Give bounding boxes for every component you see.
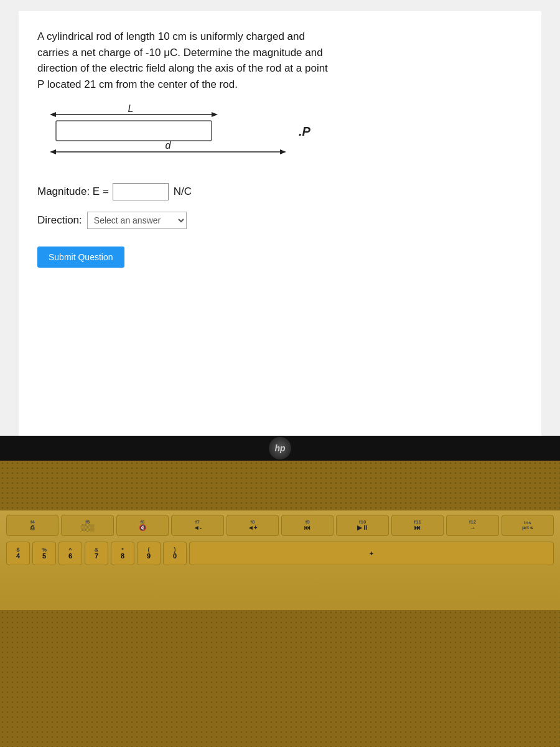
magnitude-row: Magnitude: E = N/C: [37, 183, 523, 200]
key-5[interactable]: % 5: [32, 542, 56, 565]
fn-key-f6[interactable]: f6 🔇: [116, 515, 169, 536]
speaker-bottom: [0, 610, 560, 747]
svg-marker-8: [280, 149, 286, 154]
question-text: A cylindrical rod of length 10 cm is uni…: [37, 29, 523, 92]
svg-text:d: d: [166, 140, 172, 151]
direction-label: Direction:: [37, 214, 82, 227]
magnitude-label: Magnitude: E =: [37, 186, 109, 198]
svg-marker-2: [212, 112, 218, 117]
svg-text:.P: .P: [299, 125, 311, 138]
dark-bar: hp: [0, 436, 560, 461]
submit-button[interactable]: Submit Question: [37, 247, 124, 268]
content-area: A cylindrical rod of length 10 cm is uni…: [19, 11, 541, 448]
fn-key-f11[interactable]: f11 ⏭: [391, 515, 444, 536]
fn-key-f4[interactable]: f4 ⎙: [6, 515, 58, 536]
laptop-screen: A cylindrical rod of length 10 cm is uni…: [0, 0, 560, 448]
direction-select[interactable]: Select an answer toward the rod away fro…: [87, 212, 187, 229]
fn-key-row: f4 ⎙ f5 ░░░ f6 🔇 f7 ◄- f8 ◄+ f9 ⏮ f10 ▶⏸…: [6, 514, 554, 537]
speaker-dots-bottom: [0, 610, 560, 747]
direction-row: Direction: Select an answer toward the r…: [37, 212, 523, 229]
magnitude-unit: N/C: [174, 186, 192, 198]
key-8[interactable]: * 8: [111, 542, 134, 565]
fn-key-ins[interactable]: ins prt s: [502, 515, 554, 536]
speaker-top: [0, 461, 560, 510]
speaker-dots-top: [0, 461, 560, 510]
key-9[interactable]: ( 9: [137, 542, 161, 565]
diagram-svg: L .P d: [37, 103, 361, 172]
svg-marker-7: [50, 149, 56, 154]
svg-marker-1: [50, 112, 56, 117]
num-key-row: $ 4 % 5 ^ 6 & 7 * 8 ( 9 ) 0 +: [6, 540, 554, 566]
key-0[interactable]: ) 0: [163, 542, 187, 565]
fn-key-f12[interactable]: f12 →: [446, 515, 498, 536]
diagram-area: L .P d: [37, 103, 523, 172]
key-4[interactable]: $ 4: [6, 542, 30, 565]
fn-key-f8[interactable]: f8 ◄+: [226, 515, 279, 536]
fn-key-f10[interactable]: f10 ▶⏸: [336, 515, 388, 536]
fn-key-f9[interactable]: f9 ⏮: [281, 515, 334, 536]
key-7[interactable]: & 7: [85, 542, 108, 565]
key-6[interactable]: ^ 6: [58, 542, 82, 565]
fn-key-f7[interactable]: f7 ◄-: [171, 515, 223, 536]
svg-text:L: L: [128, 103, 134, 114]
keyboard-area: f4 ⎙ f5 ░░░ f6 🔇 f7 ◄- f8 ◄+ f9 ⏮ f10 ▶⏸…: [0, 461, 560, 747]
fn-key-f5[interactable]: f5 ░░░: [61, 515, 113, 536]
key-plus[interactable]: +: [189, 542, 554, 565]
hp-logo: hp: [269, 437, 291, 459]
svg-rect-4: [56, 121, 212, 141]
magnitude-input[interactable]: [113, 183, 169, 200]
